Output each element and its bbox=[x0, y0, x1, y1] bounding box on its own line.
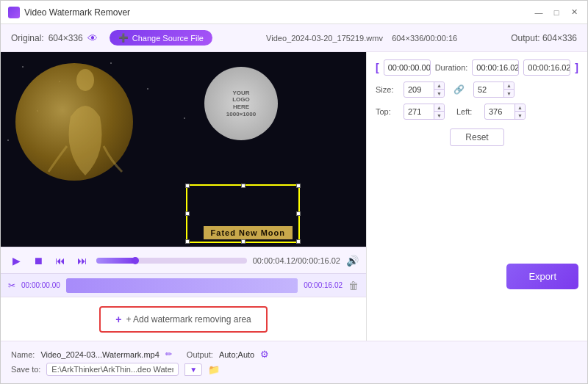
top-spinners: ▲ ▼ bbox=[434, 104, 444, 119]
timeline-track[interactable] bbox=[66, 278, 298, 293]
top-input-group: ▲ ▼ bbox=[404, 104, 445, 120]
reset-section: Reset bbox=[376, 128, 578, 146]
export-button[interactable]: Export bbox=[506, 264, 578, 289]
original-info: Original: 604×336 👁 bbox=[11, 32, 98, 44]
top-down[interactable]: ▼ bbox=[434, 112, 444, 119]
svg-point-0 bbox=[76, 69, 94, 91]
left-panel: YOUR LOGO HERE 1000×1000 Fated New Moon bbox=[1, 52, 367, 341]
name-label: Name: bbox=[11, 350, 35, 359]
window-controls: — □ ✕ bbox=[533, 7, 580, 18]
left-down[interactable]: ▼ bbox=[515, 112, 525, 119]
play-button[interactable]: ▶ bbox=[8, 253, 24, 269]
top-up[interactable]: ▲ bbox=[434, 104, 444, 112]
close-button[interactable]: ✕ bbox=[568, 7, 580, 18]
timeline-area: ✂ 00:00:00.00 00:00:16.02 🗑 bbox=[1, 273, 366, 297]
footer: Name: Video_2024-03...Watermark.mp4 ✏ Ou… bbox=[1, 341, 587, 383]
figure-art bbox=[41, 58, 129, 183]
main-content: YOUR LOGO HERE 1000×1000 Fated New Moon bbox=[1, 52, 587, 341]
export-section: Export bbox=[506, 264, 578, 289]
add-watermark-label: + Add watermark removing area bbox=[126, 314, 251, 325]
size-row: Size: ▲ ▼ 🔗 ▲ ▼ bbox=[376, 81, 578, 98]
bracket-close: ] bbox=[575, 62, 578, 73]
main-window: Video Watermark Remover — □ ✕ Original: … bbox=[0, 0, 588, 384]
time-display: 00:00:04.12/00:00:16.02 bbox=[253, 256, 340, 265]
folder-icon[interactable]: 📁 bbox=[208, 364, 220, 375]
saveto-label: Save to: bbox=[11, 365, 40, 374]
duration-label: Duration: bbox=[435, 63, 468, 72]
height-down[interactable]: ▼ bbox=[504, 90, 514, 97]
output-label: Output: bbox=[511, 33, 539, 43]
volume-icon[interactable]: 🔊 bbox=[346, 255, 359, 267]
timeline-end: 00:00:16.02 bbox=[304, 281, 343, 289]
time-range-row: [ ▲ ▼ Duration: ▲ ▼ bbox=[376, 59, 578, 76]
original-label: Original: bbox=[11, 33, 44, 43]
left-up[interactable]: ▲ bbox=[515, 104, 525, 112]
handle-mid-right[interactable] bbox=[296, 211, 301, 216]
right-panel-wrapper: [ ▲ ▼ Duration: ▲ ▼ bbox=[367, 52, 587, 341]
stop-button[interactable]: ⏹ bbox=[30, 253, 46, 269]
trash-icon[interactable]: 🗑 bbox=[348, 280, 359, 291]
start-time-input-group: ▲ ▼ bbox=[384, 59, 431, 76]
player-controls: ▶ ⏹ ⏮ ⏭ 00:00:04.12/00:00:16.02 🔊 bbox=[1, 247, 366, 273]
next-frame-button[interactable]: ⏭ bbox=[74, 253, 90, 269]
height-spinners: ▲ ▼ bbox=[503, 82, 514, 97]
progress-bar[interactable] bbox=[96, 258, 247, 264]
height-up[interactable]: ▲ bbox=[504, 82, 514, 90]
selection-box[interactable] bbox=[186, 184, 300, 243]
handle-top-left[interactable] bbox=[185, 184, 190, 188]
scissors-icon[interactable]: ✂ bbox=[8, 280, 15, 291]
size-label: Size: bbox=[376, 85, 398, 94]
change-source-button[interactable]: ➕ Change Source File bbox=[110, 30, 212, 46]
output-label: Output: bbox=[187, 350, 213, 359]
handle-bot-mid[interactable] bbox=[241, 239, 245, 244]
height-input[interactable] bbox=[474, 83, 503, 96]
app-title: Video Watermark Remover bbox=[24, 7, 533, 18]
handle-top-right[interactable] bbox=[296, 184, 301, 188]
end-time-input[interactable] bbox=[524, 61, 570, 74]
app-icon bbox=[8, 7, 20, 18]
edit-icon[interactable]: ✏ bbox=[165, 349, 172, 359]
top-input[interactable] bbox=[404, 105, 434, 118]
time-current: 00:00:04.12 bbox=[253, 256, 295, 265]
handle-bot-left[interactable] bbox=[185, 239, 190, 244]
video-preview: YOUR LOGO HERE 1000×1000 Fated New Moon bbox=[1, 52, 366, 247]
width-up[interactable]: ▲ bbox=[434, 82, 444, 90]
eye-icon[interactable]: 👁 bbox=[87, 32, 98, 44]
handle-bot-right[interactable] bbox=[296, 239, 301, 244]
add-watermark-button[interactable]: + + Add watermark removing area bbox=[99, 306, 268, 333]
left-label: Left: bbox=[456, 107, 478, 116]
video-content: YOUR LOGO HERE 1000×1000 Fated New Moon bbox=[1, 52, 366, 247]
progress-thumb[interactable] bbox=[132, 257, 139, 264]
time-total: 00:00:16.02 bbox=[298, 256, 340, 265]
folder-dropdown-button[interactable]: ▼ bbox=[184, 363, 202, 376]
change-source-label: Change Source File bbox=[132, 34, 204, 43]
handle-top-mid[interactable] bbox=[241, 184, 245, 188]
minimize-button[interactable]: — bbox=[533, 7, 545, 18]
output-value: Auto;Auto bbox=[219, 350, 254, 359]
duration-input-group: ▲ ▼ bbox=[472, 59, 519, 76]
saveto-input[interactable] bbox=[46, 363, 179, 376]
progress-fill bbox=[96, 258, 135, 264]
file-info: Video_2024-03-20_175219.wmv 604×336/00:0… bbox=[224, 34, 499, 43]
start-time-input[interactable] bbox=[384, 61, 431, 74]
height-input-group: ▲ ▼ bbox=[473, 81, 514, 98]
handle-mid-left[interactable] bbox=[185, 211, 190, 216]
link-icon[interactable]: 🔗 bbox=[453, 84, 465, 95]
footer-row-1: Name: Video_2024-03...Watermark.mp4 ✏ Ou… bbox=[11, 349, 577, 360]
width-input[interactable] bbox=[404, 83, 434, 96]
plus-icon: ➕ bbox=[118, 33, 129, 43]
reset-button[interactable]: Reset bbox=[450, 128, 503, 146]
output-size: 604×336 bbox=[542, 33, 577, 43]
gear-icon[interactable]: ⚙ bbox=[260, 349, 269, 360]
maximize-button[interactable]: □ bbox=[551, 7, 562, 18]
width-down[interactable]: ▼ bbox=[434, 90, 444, 97]
left-input[interactable] bbox=[485, 105, 514, 118]
prev-frame-button[interactable]: ⏮ bbox=[52, 253, 68, 269]
right-panel: [ ▲ ▼ Duration: ▲ ▼ bbox=[367, 52, 587, 153]
width-spinners: ▲ ▼ bbox=[434, 82, 444, 97]
logo-circle: YOUR LOGO HERE 1000×1000 bbox=[204, 67, 278, 140]
titlebar: Video Watermark Remover — □ ✕ bbox=[1, 1, 587, 24]
position-row: Top: ▲ ▼ Left: ▲ ▼ bbox=[376, 104, 578, 120]
duration-input[interactable] bbox=[473, 61, 519, 74]
left-input-group: ▲ ▼ bbox=[484, 104, 526, 120]
